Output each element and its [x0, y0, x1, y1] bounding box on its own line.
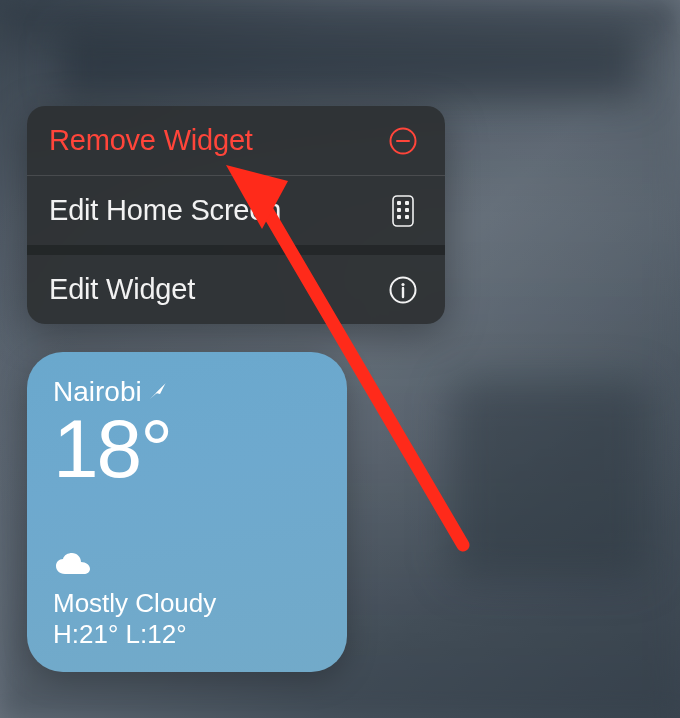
- high-value: 21°: [79, 619, 118, 649]
- menu-item-label: Edit Widget: [49, 273, 195, 306]
- menu-section-divider: [27, 245, 445, 255]
- weather-condition: Mostly Cloudy: [53, 588, 321, 619]
- info-circle-icon: [387, 274, 419, 306]
- svg-rect-5: [397, 208, 401, 212]
- weather-widget[interactable]: Nairobi 18° Mostly Cloudy H:21° L:12°: [27, 352, 347, 672]
- weather-temperature: 18°: [53, 408, 321, 490]
- svg-rect-2: [393, 196, 413, 226]
- bg-shape: [60, 30, 640, 100]
- svg-rect-8: [405, 215, 409, 219]
- menu-item-label: Remove Widget: [49, 124, 253, 157]
- edit-home-screen-menu-item[interactable]: Edit Home Screen: [27, 176, 445, 245]
- svg-point-10: [401, 282, 404, 285]
- edit-widget-menu-item[interactable]: Edit Widget: [27, 255, 445, 324]
- minus-circle-icon: [387, 125, 419, 157]
- remove-widget-menu-item[interactable]: Remove Widget: [27, 106, 445, 175]
- home-screen-grid-icon: [387, 195, 419, 227]
- svg-rect-7: [397, 215, 401, 219]
- high-label: H:: [53, 619, 79, 649]
- svg-rect-3: [397, 201, 401, 205]
- spacer: [53, 490, 321, 552]
- svg-rect-6: [405, 208, 409, 212]
- low-label: L:: [126, 619, 148, 649]
- low-value: 12°: [147, 619, 186, 649]
- svg-rect-4: [405, 201, 409, 205]
- menu-item-label: Edit Home Screen: [49, 194, 281, 227]
- bg-shape: [450, 380, 650, 580]
- weather-high-low: H:21° L:12°: [53, 619, 321, 650]
- cloud-icon: [53, 552, 321, 582]
- widget-context-menu: Remove Widget Edit Home Screen Edit Widg…: [27, 106, 445, 324]
